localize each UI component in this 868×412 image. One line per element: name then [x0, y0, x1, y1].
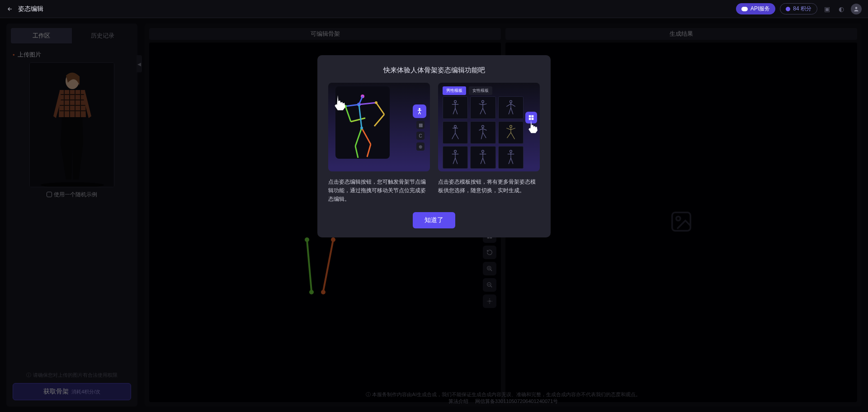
modal-confirm-button[interactable]: 知道了 — [413, 212, 455, 228]
svg-point-0 — [855, 7, 858, 9]
api-service-label: API服务 — [750, 5, 770, 13]
svg-point-52 — [454, 100, 457, 103]
modal-card-template-image: 男性模板 女性模板 — [438, 83, 540, 171]
mini-pose-edit-icon — [413, 104, 426, 118]
avatar[interactable] — [851, 4, 862, 14]
template-cell — [498, 146, 524, 169]
back-icon[interactable] — [6, 5, 14, 13]
points-dot-icon — [786, 7, 790, 11]
template-cell — [470, 121, 495, 144]
modal-card-edit-image: ▦ C ⊕ — [328, 83, 430, 171]
onboarding-modal-overlay: 快来体验人体骨架姿态编辑功能吧 — [0, 18, 868, 412]
inbox-icon[interactable]: ▣ — [822, 4, 832, 14]
svg-point-59 — [482, 150, 484, 152]
points-value: 84 积分 — [793, 5, 811, 13]
template-cell — [470, 146, 495, 169]
points-pill[interactable]: 84 积分 — [780, 3, 817, 14]
svg-point-57 — [509, 125, 512, 128]
svg-point-60 — [509, 150, 512, 152]
help-icon[interactable]: ◐ — [836, 4, 846, 14]
svg-rect-61 — [529, 115, 531, 118]
svg-point-58 — [454, 150, 457, 152]
template-tab-female: 女性模板 — [469, 86, 492, 95]
mini-tool-reset-icon: C — [416, 132, 425, 140]
template-cell — [443, 96, 468, 119]
template-cell — [443, 146, 468, 169]
mini-tool-grid-icon: ▦ — [416, 121, 425, 129]
modal-card-template-desc: 点击姿态模板按钮，将有更多骨架姿态模板供您选择，随意切换，实时生成。 — [438, 178, 540, 195]
mini-tool-zoom-icon: ⊕ — [416, 142, 425, 151]
api-service-button[interactable]: API服务 — [736, 3, 775, 14]
onboarding-modal: 快来体验人体骨架姿态编辑功能吧 — [317, 55, 551, 237]
cloud-icon — [741, 7, 748, 11]
svg-rect-62 — [532, 115, 534, 118]
svg-point-53 — [482, 100, 484, 103]
modal-card-edit-desc: 点击姿态编辑按钮，您可触发骨架节点编辑功能，通过拖拽可移动关节点位完成姿态编辑。 — [328, 178, 430, 204]
page-title: 姿态编辑 — [18, 5, 43, 13]
template-cell — [470, 96, 495, 119]
svg-point-50 — [360, 127, 363, 129]
pointer-hand-icon — [525, 119, 540, 134]
svg-point-54 — [509, 100, 512, 103]
svg-point-56 — [482, 125, 484, 128]
template-tab-male: 男性模板 — [443, 86, 466, 95]
template-cell — [498, 96, 524, 119]
svg-point-51 — [419, 108, 420, 109]
template-cell — [443, 121, 468, 144]
modal-title: 快来体验人体骨架姿态编辑功能吧 — [328, 66, 540, 75]
svg-point-49 — [375, 101, 377, 104]
svg-point-55 — [454, 125, 457, 128]
template-cell — [498, 121, 524, 144]
pointer-hand-icon — [331, 94, 349, 112]
